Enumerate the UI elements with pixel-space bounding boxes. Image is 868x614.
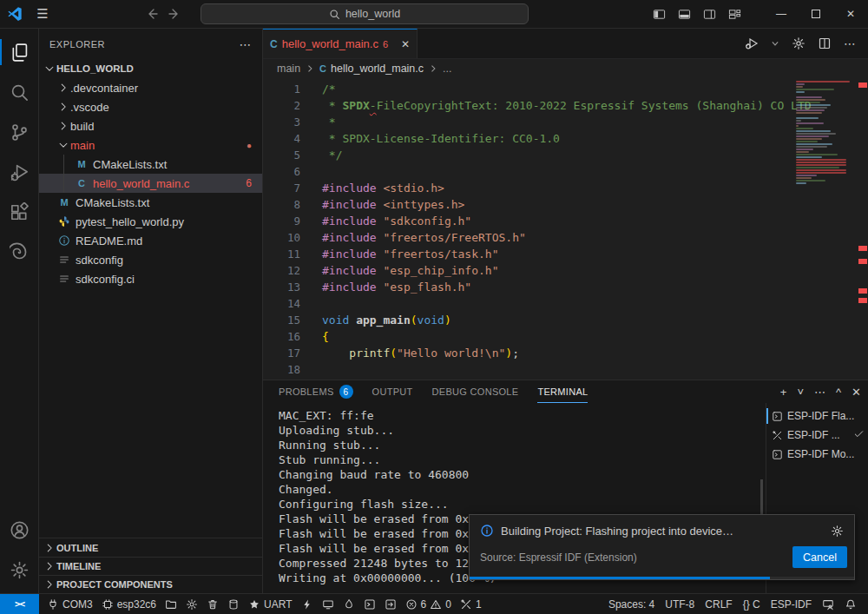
status-notifications-bell[interactable] — [840, 594, 861, 614]
panel-tab-terminal[interactable]: TERMINAL — [537, 380, 588, 403]
list-icon — [58, 254, 70, 266]
panel-tab-label: TERMINAL — [537, 386, 588, 397]
chevron-right-icon — [428, 63, 438, 74]
cancel-button[interactable]: Cancel — [792, 546, 847, 568]
tree-item--vscode[interactable]: .vscode — [39, 97, 262, 116]
panel-more-actions-icon[interactable]: ⋯ — [814, 386, 825, 399]
status-ports[interactable]: 1 — [456, 594, 486, 614]
tab-problem-count: 6 — [383, 39, 388, 50]
tree-item--devcontainer[interactable]: .devcontainer — [39, 78, 262, 97]
status-eol[interactable]: CRLF — [700, 594, 736, 614]
terminal-list-item[interactable]: ESP-IDF Mo... — [766, 445, 868, 464]
terminal-line: Configuring flash size... — [279, 497, 766, 512]
notification-settings-gear-icon[interactable] — [831, 525, 844, 538]
status-flash-method[interactable]: UART — [244, 594, 296, 614]
panel-tab-problems[interactable]: PROBLEMS6 — [279, 380, 353, 403]
tree-item-label: .devcontainer — [70, 82, 138, 95]
toggle-secondary-sidebar-icon[interactable] — [703, 8, 716, 21]
section-project-components[interactable]: PROJECT COMPONENTS — [39, 575, 262, 593]
status-build-project[interactable] — [223, 594, 244, 614]
new-terminal-plus-icon[interactable]: + — [780, 386, 787, 399]
panel-tab-debug-console[interactable]: DEBUG CONSOLE — [432, 380, 519, 403]
status-build-flash-monitor[interactable] — [339, 594, 359, 614]
tree-item-main[interactable]: main● — [39, 135, 262, 155]
activity-espressif-idf[interactable] — [0, 232, 39, 272]
tree-item-pytest-hello-world-py[interactable]: pytest_hello_world.py — [39, 212, 262, 231]
terminal-dropdown-chevron-icon[interactable]: ˅ — [797, 386, 804, 399]
close-button[interactable]: ✕ — [833, 0, 868, 29]
run-dropdown-chevron-icon[interactable] — [771, 39, 779, 48]
activity-search[interactable] — [0, 72, 39, 112]
activity-accounts[interactable] — [0, 510, 39, 550]
section-outline[interactable]: OUTLINE — [39, 538, 262, 557]
status-serial-port[interactable]: COM3 — [43, 594, 97, 614]
tree-item-cmakelists-txt[interactable]: MCMakeLists.txt — [39, 193, 262, 212]
code-editor[interactable]: 1/*2 * SPDX-FileCopyrightText: 2010-2022… — [263, 78, 868, 380]
status-feedback[interactable] — [818, 594, 838, 614]
activity-settings[interactable] — [0, 550, 39, 590]
maximize-button[interactable] — [799, 0, 833, 29]
tree-item-readme-md[interactable]: README.md — [39, 231, 262, 250]
status-flash-device[interactable] — [297, 594, 318, 614]
menu-icon[interactable]: ☰ — [30, 6, 56, 22]
minimap[interactable] — [796, 81, 857, 194]
terminal-list-item[interactable]: ESP-IDF Fla... — [766, 406, 868, 426]
line-number: 15 — [263, 312, 300, 328]
tree-item-sdkconfig[interactable]: sdkconfig — [39, 250, 262, 269]
forward-arrow-icon[interactable] — [168, 7, 181, 21]
breadcrumb-more[interactable]: ... — [443, 63, 451, 75]
code-line-15: 15void app_main(void) — [263, 312, 868, 328]
status-device-target[interactable]: esp32c6 — [97, 594, 161, 614]
remote-indicator[interactable]: >< — [0, 594, 39, 614]
status-encoding[interactable]: UTF-8 — [661, 594, 699, 614]
status-monitor-device[interactable] — [318, 594, 339, 614]
breadcrumb-file[interactable]: hello_world_main.c — [331, 63, 424, 75]
debug-icon — [10, 162, 30, 182]
explorer-more-actions-icon[interactable]: ⋯ — [240, 37, 253, 51]
status-full-clean[interactable] — [181, 594, 202, 614]
activity-explorer[interactable] — [0, 32, 39, 72]
tab-hello-world-main-c[interactable]: C hello_world_main.c 6 ✕ — [263, 29, 418, 58]
tree-item-cmakelists-txt[interactable]: MCMakeLists.txt — [39, 155, 262, 174]
toggle-sidebar-icon[interactable] — [653, 8, 666, 21]
tree-item-hello-world-main-c[interactable]: Chello_world_main.c6 — [39, 174, 262, 193]
tools-icon — [772, 430, 783, 441]
status-indentation[interactable]: Spaces: 4 — [604, 594, 659, 614]
minimize-button[interactable]: — — [764, 0, 799, 29]
breadcrumb-folder[interactable]: main — [277, 63, 300, 75]
status-language-mode[interactable]: {} C — [739, 594, 765, 614]
status-problems-summary[interactable]: 60 — [401, 594, 456, 614]
notification-toast: Building Project: Flashing project into … — [469, 514, 855, 580]
status-idf-terminal[interactable] — [359, 594, 380, 614]
status-custom-task[interactable] — [380, 594, 401, 614]
activity-run-and-debug[interactable] — [0, 152, 39, 192]
command-center-search[interactable]: hello_world — [201, 3, 529, 24]
back-arrow-icon[interactable] — [145, 7, 159, 21]
terminal-list-label: ESP-IDF Fla... — [787, 410, 854, 422]
editor-more-actions-icon[interactable]: ⋯ — [844, 36, 856, 50]
section-timeline[interactable]: TIMELINE — [39, 557, 262, 575]
close-panel-icon[interactable]: ✕ — [852, 386, 861, 399]
status-project-folder[interactable] — [161, 594, 181, 614]
maximize-panel-chevron-icon[interactable]: ^ — [836, 386, 841, 399]
tree-item-build[interactable]: build — [39, 116, 262, 135]
tree-item-hello-world[interactable]: HELLO_WORLD — [39, 59, 262, 78]
activity-extensions[interactable] — [0, 192, 39, 232]
split-editor-icon[interactable] — [818, 36, 832, 50]
terminal-list-item[interactable]: ESP-IDF ... — [766, 426, 868, 445]
tab-close-icon[interactable]: ✕ — [401, 38, 410, 50]
status-erase-flash[interactable] — [202, 594, 223, 614]
terminal-scrollbar[interactable] — [760, 479, 763, 518]
customize-layout-icon[interactable] — [728, 8, 741, 21]
activity-source-control[interactable] — [0, 112, 39, 152]
c-file-icon: C — [270, 38, 278, 50]
panel-tab-label: OUTPUT — [372, 386, 413, 397]
status-label: UTF-8 — [665, 598, 694, 611]
editor-settings-gear-icon[interactable] — [792, 36, 806, 50]
run-or-debug-icon[interactable] — [745, 36, 759, 50]
status-esp-idf-version[interactable]: ESP-IDF — [766, 594, 816, 614]
chevron-right-icon — [57, 101, 69, 113]
toggle-panel-icon[interactable] — [678, 8, 691, 21]
panel-tab-output[interactable]: OUTPUT — [372, 380, 413, 403]
tree-item-sdkconfig-ci[interactable]: sdkconfig.ci — [39, 269, 262, 288]
